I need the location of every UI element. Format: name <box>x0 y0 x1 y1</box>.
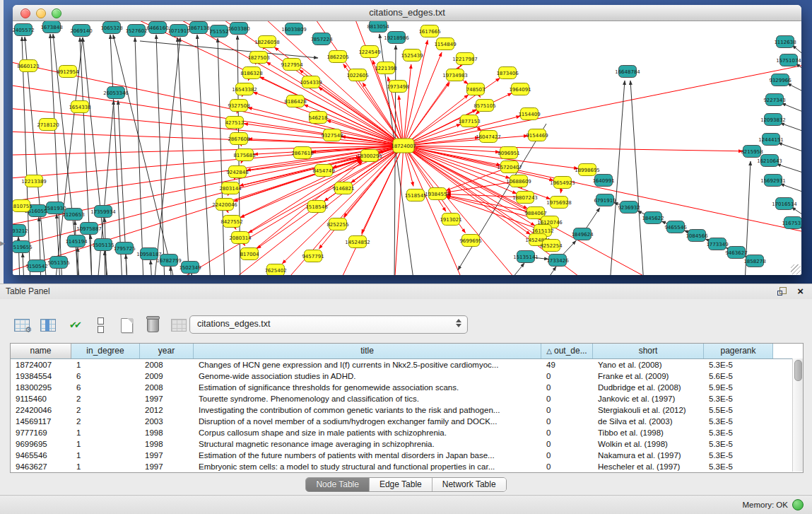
graph-node[interactable]: 9329966 <box>769 74 792 86</box>
graph-node[interactable]: 8186428 <box>284 95 306 107</box>
graph-node[interactable]: 7857224 <box>310 33 333 45</box>
table-row[interactable]: 911546021997Tourette syndrome. Phenomeno… <box>11 393 803 404</box>
graph-node[interactable]: 2069140 <box>70 25 92 37</box>
graph-node[interactable]: 427512 <box>225 117 245 129</box>
graph-edge[interactable] <box>777 164 801 173</box>
graph-node[interactable]: 1221398 <box>375 62 396 74</box>
graph-edge[interactable] <box>78 247 78 275</box>
graph-node[interactable]: 16648784 <box>615 66 640 78</box>
graph-node[interactable]: 1810755 <box>13 200 33 212</box>
graph-node[interactable]: 6791919 <box>594 194 616 206</box>
table-cell[interactable]: 5.3E-5 <box>704 393 773 404</box>
table-cell[interactable]: 5.3E-5 <box>704 359 773 370</box>
graph-node[interactable]: 1505135 <box>92 239 114 251</box>
table-cell[interactable]: 1 <box>71 427 140 438</box>
network-canvas[interactable]: 1872400724055721673848206914010653281527… <box>13 21 801 275</box>
table-cell[interactable]: 0 <box>541 382 593 393</box>
graph-node[interactable]: 15751074 <box>776 54 801 66</box>
table-cell[interactable]: 5.6E-5 <box>704 370 773 382</box>
graph-node[interactable]: 9227343 <box>763 94 785 106</box>
table-cell[interactable]: 0 <box>541 461 593 472</box>
tab-node-table[interactable]: Node Table <box>306 478 370 491</box>
table-cell[interactable]: Tibbo et al. (1998) <box>593 427 704 438</box>
graph-node[interactable]: 1527602 <box>125 25 147 37</box>
graph-node[interactable]: 751552 <box>210 25 229 37</box>
graph-node[interactable]: 1145194 <box>65 235 88 247</box>
graph-edge[interactable] <box>156 35 165 275</box>
graph-node[interactable]: 1913021 <box>440 214 461 226</box>
network-graph[interactable]: 1872400724055721673848206914010653281527… <box>13 21 801 275</box>
graph-node[interactable]: 1849624 <box>571 228 594 240</box>
graph-node[interactable]: 19384554 <box>425 188 450 200</box>
table-cell[interactable]: 6 <box>71 382 140 393</box>
graph-node[interactable]: 8427552 <box>220 216 242 228</box>
graph-node[interactable]: 8252255 <box>326 218 348 230</box>
graph-node[interactable]: 1673848 <box>40 21 62 33</box>
graph-node[interactable]: 16047427 <box>476 131 501 143</box>
table-cell[interactable]: 9699695 <box>11 438 71 450</box>
graph-node[interactable]: 1773349 <box>706 238 728 250</box>
graph-node[interactable]: 1603380 <box>228 23 249 35</box>
graph-node[interactable]: 1154409 <box>518 108 540 120</box>
graph-node[interactable]: 9465546 <box>664 221 687 233</box>
graph-edge[interactable] <box>404 52 442 146</box>
table-cell[interactable]: Genome-wide association studies in ADHD. <box>194 370 541 382</box>
graph-node[interactable]: 9463627 <box>725 247 747 259</box>
table-cell[interactable]: Stergiakouli et al. (2012) <box>593 404 704 416</box>
graph-node[interactable]: 18998695 <box>575 164 600 176</box>
graph-edge[interactable] <box>404 146 743 151</box>
graph-node[interactable]: 1022605 <box>346 69 368 81</box>
table-row[interactable]: 1938455462009Genome-wide association stu… <box>11 370 803 382</box>
table-cell[interactable]: 2003 <box>140 416 194 427</box>
graph-hub-node[interactable]: 18724007 <box>391 139 416 153</box>
graph-edge[interactable] <box>780 123 801 132</box>
graph-node[interactable]: 10975887 <box>76 223 102 235</box>
table-cell[interactable]: 18724007 <box>11 359 71 370</box>
graph-edge[interactable] <box>778 143 801 151</box>
graph-node[interactable]: 1654338 <box>69 101 90 113</box>
graph-node[interactable]: 16033809 <box>281 23 307 35</box>
table-cell[interactable]: 0 <box>541 450 593 461</box>
table-cell[interactable]: 6 <box>71 370 140 382</box>
graph-node[interactable]: 17016514 <box>772 198 797 210</box>
graph-edge[interactable] <box>126 255 127 275</box>
graph-node[interactable]: 1525439 <box>401 49 423 62</box>
graph-edge[interactable] <box>218 38 225 275</box>
graph-node[interactable]: 8660123 <box>17 60 39 72</box>
graph-edge[interactable] <box>787 83 801 92</box>
graph-edge[interactable] <box>113 35 175 275</box>
table-scrollbar[interactable] <box>792 358 803 472</box>
graph-node[interactable]: 14524852 <box>345 236 370 248</box>
graph-edge[interactable] <box>792 207 801 216</box>
graph-node[interactable]: 6466160 <box>146 22 168 34</box>
delete-column-button[interactable] <box>170 316 188 334</box>
graph-node[interactable]: 1065328 <box>100 22 122 34</box>
table-cell[interactable]: 5.3E-5 <box>704 438 773 450</box>
graph-node[interactable]: 1795725 <box>113 243 135 255</box>
table-cell[interactable]: 1998 <box>140 427 194 438</box>
table-cell[interactable]: 9465546 <box>11 450 71 461</box>
graph-node[interactable]: 10688609 <box>506 175 531 187</box>
table-cell[interactable]: 2008 <box>140 382 194 393</box>
graph-node[interactable]: 1964091 <box>509 83 531 95</box>
graph-node[interactable]: 1518545 <box>404 189 426 201</box>
graph-node[interactable]: 9146821 <box>332 182 354 194</box>
table-row[interactable]: 977716911998Corpus callosum shape and si… <box>11 427 803 438</box>
table-cell[interactable]: Structural magnetic resonance image aver… <box>194 438 541 450</box>
graph-node[interactable]: 1733426 <box>546 255 569 267</box>
table-cell[interactable]: Nakamura et al. (1997) <box>593 450 704 461</box>
table-cell[interactable]: 2 <box>71 416 140 427</box>
graph-node[interactable]: 748503 <box>466 83 486 95</box>
graph-node[interactable]: 1502349 <box>179 262 201 274</box>
tab-edge-table[interactable]: Edge Table <box>370 478 433 491</box>
graph-node[interactable]: 1640991 <box>592 175 614 187</box>
collapse-arrow-icon[interactable]: ▶ <box>0 240 5 247</box>
graph-node[interactable]: 8186328 <box>240 67 262 79</box>
column-header-title[interactable]: title <box>194 344 541 358</box>
graph-edge[interactable] <box>394 45 396 275</box>
graph-node[interactable]: 17359934 <box>90 206 116 218</box>
graph-node[interactable]: 9236932 <box>618 201 640 214</box>
graph-edge[interactable] <box>394 146 404 275</box>
table-cell[interactable]: 1997 <box>140 393 194 404</box>
graph-node[interactable]: 2120653 <box>62 209 84 221</box>
